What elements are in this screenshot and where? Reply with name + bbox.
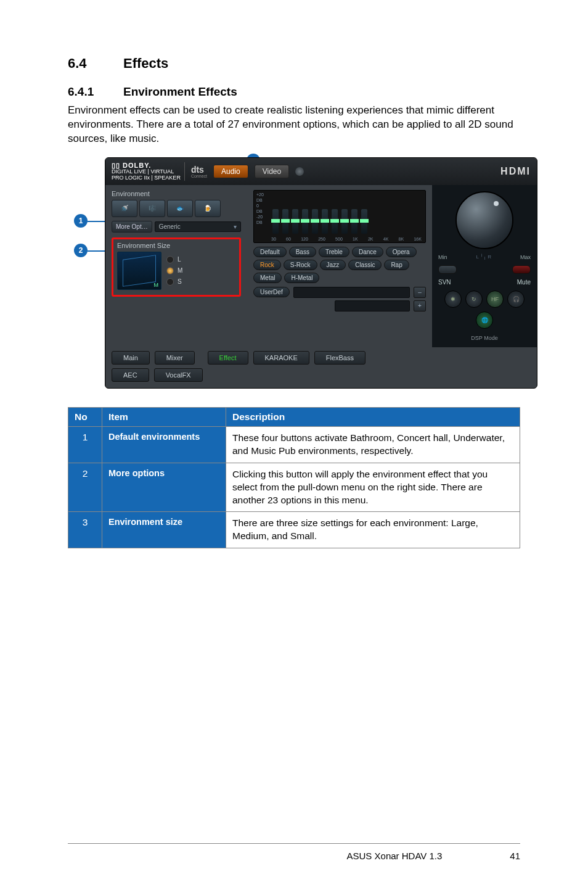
preset-remove-button[interactable]: – [414,287,426,298]
eq-preset-row: Default Bass Treble Dance Opera Rock S-R… [253,247,426,283]
preset-opera[interactable]: Opera [386,247,417,257]
preset-rock[interactable]: Rock [253,260,281,270]
room-wireframe-icon: M [117,252,161,290]
preset-bass[interactable]: Bass [289,247,316,257]
dts-text: dts [191,165,204,175]
preset-dance[interactable]: Dance [352,247,383,257]
eq-slider[interactable] [292,209,298,234]
tab-flexbass[interactable]: FlexBass [314,351,365,365]
mode-icon-4[interactable]: 🎧 [507,291,525,308]
cell-item: More options [102,463,226,512]
eq-slider[interactable] [282,209,288,234]
svn-mute-labels: SVN Mute [438,279,531,286]
th-no: No [68,407,102,426]
env-btn-concert-hall[interactable]: 🎼 [139,200,165,217]
preset-metal[interactable]: Metal [253,273,282,283]
mode-icon-2[interactable]: ↻ [465,291,483,308]
preset-add-button[interactable]: + [414,300,426,311]
preset-s-rock[interactable]: S-Rock [284,260,317,270]
preset-treble[interactable]: Treble [319,247,349,257]
env-btn-music-pub[interactable]: 🍺 [195,200,221,217]
preset-classic[interactable]: Classic [348,260,382,270]
eq-slider[interactable] [272,209,279,234]
th-item: Item [102,407,226,426]
preset-userdef[interactable]: UserDef [253,287,290,297]
preset-default[interactable]: Default [253,247,287,257]
section-heading: 6.4Effects [68,56,520,72]
center-pane: +20DB0DB-20DB 30601202505001K2 [247,185,432,347]
footer-rule [68,843,520,844]
radio-icon [166,256,174,263]
th-description: Description [226,407,520,426]
top-bar: ▯▯ DOLBY. DIGITAL LIVE | VIRTUAL PRO LOG… [105,158,537,185]
tab-video[interactable]: Video [255,165,289,178]
tab-mixer[interactable]: Mixer [155,351,195,365]
table-row: 2 More options Clicking this button will… [68,463,520,512]
dsp-mode-label: DSP Mode [471,335,497,341]
mode-icon-hf[interactable]: HF [486,291,504,308]
preset-rap[interactable]: Rap [384,260,409,270]
volume-knob[interactable] [455,191,513,249]
power-icon[interactable] [295,167,304,176]
preset-name-input[interactable] [335,300,410,311]
eq-slider[interactable] [361,209,367,234]
tab-effect[interactable]: Effect [208,351,248,365]
eq-slider[interactable] [351,209,357,234]
tab-audio[interactable]: Audio [213,165,248,178]
dolby-sub4: SPEAKER [154,175,181,181]
bathroom-icon: 🚿 [121,205,128,212]
dolby-sub2: PRO LOGIC IIx [112,175,150,181]
main-content-row: Environment 🚿 🎼 🐟 🍺 More Opt… Generic ▾ [105,185,537,347]
environment-dropdown[interactable]: Generic ▾ [155,221,241,232]
size-small-radio[interactable]: S [166,278,182,286]
mode-icon-1[interactable]: ✱ [444,291,462,308]
cell-item: Default environments [102,426,226,463]
body-paragraph: Environment effects can be used to creat… [68,104,520,146]
eq-slider[interactable] [312,209,318,234]
cell-no: 1 [68,426,102,463]
eq-slider[interactable] [341,209,348,234]
cell-no: 3 [68,512,102,548]
eq-slider[interactable] [332,209,338,234]
size-medium-radio[interactable]: M [166,267,182,274]
size-radio-group: L M S [166,256,182,286]
app-window: ▯▯ DOLBY. DIGITAL LIVE | VIRTUAL PRO LOG… [105,157,537,389]
mute-toggle[interactable] [512,265,531,274]
hf-label: HF [491,296,499,302]
radio-icon-selected [166,267,174,274]
tab-vocalfx[interactable]: VocalFX [154,368,203,382]
more-options-button[interactable]: More Opt… [112,221,152,233]
tab-aec[interactable]: AEC [112,368,149,382]
size-large-label: L [178,256,181,263]
user-preset-row-2: + [253,300,426,311]
dropdown-value: Generic [159,223,181,230]
page-footer: ASUS Xonar HDAV 1.3 41 [68,851,520,861]
size-large-radio[interactable]: L [166,256,182,263]
tab-main[interactable]: Main [112,351,150,365]
svn-label: SVN [438,279,451,286]
dts-subtext: Connect [191,174,207,178]
wireframe-m-label: M [154,282,159,288]
env-btn-underwater[interactable]: 🐟 [167,200,193,217]
cell-description: There are three size settings for each e… [226,512,520,548]
size-medium-label: M [178,267,182,274]
section-number: 6.4 [68,56,123,72]
equalizer[interactable]: +20DB0DB-20DB 30601202505001K2 [253,190,426,243]
environment-size-label: Environment Size [117,242,235,249]
tab-karaoke[interactable]: KARAOKE [253,351,309,365]
subsection-number: 6.4.1 [68,85,123,99]
radio-icon [166,278,174,286]
preset-jazz[interactable]: Jazz [320,260,346,270]
env-btn-bathroom[interactable]: 🚿 [112,200,137,217]
size-small-label: S [178,278,182,285]
eq-slider[interactable] [322,209,328,234]
preset-h-metal[interactable]: H-Metal [284,273,319,283]
concert-icon: 🎼 [149,205,156,212]
preset-name-dropdown[interactable] [293,287,410,298]
minus-icon: – [418,289,422,295]
svn-toggle[interactable] [438,265,457,274]
eq-slider[interactable] [302,209,308,234]
callout-2: 2 [74,244,88,257]
plus-icon: + [418,302,422,309]
mode-icon-5[interactable]: 🌐 [476,311,493,329]
